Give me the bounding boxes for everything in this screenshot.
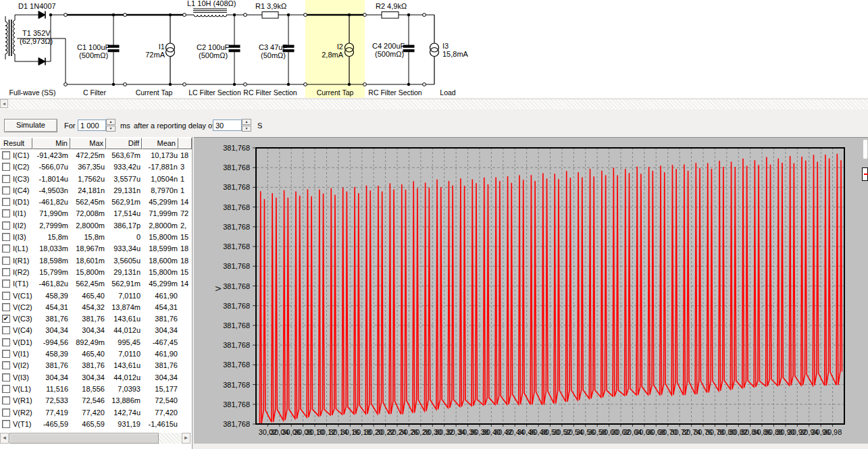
result-checkbox[interactable] [2, 373, 10, 381]
result-checkbox[interactable]: ✔ [2, 315, 10, 323]
cell-diff: 933,42u [107, 162, 141, 172]
cell-max: 367,35u [71, 162, 105, 172]
table-row[interactable]: I(C2)-566,07u367,35u933,42u-17,881n3 [0, 161, 192, 173]
current-source-i2[interactable] [345, 15, 354, 84]
cell-min: 304,34 [32, 325, 68, 336]
current-source-i3[interactable] [430, 15, 439, 84]
resistor-r2[interactable] [382, 12, 399, 19]
schematic-scrollbar[interactable]: ◄ [0, 99, 868, 110]
result-checkbox[interactable] [2, 396, 10, 404]
y-axis-title: V [214, 286, 222, 291]
table-row[interactable]: V(C1)458,39465,407,0110461,90 [0, 290, 192, 302]
result-checkbox[interactable] [2, 175, 10, 183]
result-checkbox[interactable] [2, 268, 10, 276]
cell-min: -461,82u [32, 197, 68, 207]
result-checkbox[interactable] [2, 151, 10, 159]
table-row[interactable]: I(C1)-91,423m472,25m563,67m10,173u18 [0, 150, 192, 161]
cell-max: 18,967m [71, 244, 105, 254]
spinner-up-icon[interactable]: ▲ [242, 119, 251, 125]
spinner-down-icon[interactable]: ▼ [242, 126, 251, 132]
cell-mean: 72,540 [142, 396, 178, 406]
table-row[interactable]: V(T1)-465,59465,59931,19-1,4615u [0, 419, 192, 430]
table-row[interactable]: I(L1)18,033m18,967m933,34u18,599m18 [0, 243, 192, 255]
result-checkbox[interactable] [2, 350, 10, 358]
table-row[interactable]: I(I1)71,990m72,008m17,514u71,999m72 [0, 208, 192, 219]
table-scrollbar[interactable]: ◄ ► [0, 433, 191, 444]
cell-diff: 386,17p [107, 221, 141, 231]
result-checkbox[interactable] [2, 163, 10, 171]
result-checkbox[interactable] [2, 186, 10, 194]
scroll-right-arrow-icon[interactable]: ► [182, 433, 190, 444]
column-header-diff[interactable]: Diff [106, 138, 142, 149]
cell-max: 18,556 [71, 384, 105, 394]
table-row[interactable]: V(C2)454,31454,3213,874m454,31 [0, 302, 192, 313]
table-row[interactable]: V(I3)304,34304,3444,012u304,34 [0, 372, 192, 384]
table-row[interactable]: ✔V(C3)381,76381,76143,61u381,76 [0, 313, 192, 325]
result-checkbox[interactable] [2, 209, 10, 217]
column-header-mean[interactable]: Mean [142, 138, 178, 149]
cell-max: 472,25m [71, 151, 105, 161]
column-header-min[interactable]: Min [32, 138, 70, 149]
result-checkbox[interactable] [2, 303, 10, 311]
result-checkbox[interactable] [2, 221, 10, 230]
table-row[interactable]: I(D1)-461,82u562,45m562,91m45,299m14 [0, 196, 192, 208]
cell-min: 77,419 [32, 408, 68, 418]
scroll-left-arrow-icon[interactable]: ◄ [0, 99, 8, 108]
resistor-r1[interactable] [262, 12, 278, 19]
cell-extra: 14 [180, 279, 191, 289]
result-checkbox[interactable] [2, 408, 10, 417]
delay-input[interactable]: 30 [213, 120, 242, 131]
scroll-left-arrow-icon[interactable]: ◄ [0, 433, 9, 444]
table-row[interactable]: I(R2)15,799m15,800m29,131n15,800m15 [0, 267, 192, 278]
table-row[interactable]: V(R2)77,41977,420142,74u77,420 [0, 407, 192, 419]
table-row[interactable]: V(C4)304,34304,3444,012u304,34 [0, 325, 192, 336]
result-checkbox[interactable] [2, 292, 10, 300]
table-row[interactable]: I(C4)-4,9503n24,181n29,131n8,7970n1 [0, 185, 192, 196]
duration-input[interactable]: 1 000 [78, 120, 106, 131]
table-row[interactable]: I(I2)2,7999m2,8000m386,17p2,8000m2, [0, 220, 192, 232]
table-row[interactable]: I(I3)15,8m15,8m015,800m15 [0, 232, 192, 243]
result-checkbox[interactable] [2, 244, 10, 253]
cell-diff: 0 [107, 232, 141, 242]
duration-spinner[interactable]: ▲ ▼ [106, 119, 116, 132]
table-row[interactable]: I(R1)18,598m18,601m3,5605u18,600m18 [0, 255, 192, 267]
current-source-i1[interactable] [166, 15, 175, 84]
result-checkbox[interactable] [2, 257, 10, 265]
result-checkbox[interactable] [2, 198, 10, 206]
label-c1-2: (500mΩ) [79, 51, 108, 59]
cell-mean: 15,800m [142, 267, 178, 278]
table-row[interactable]: I(T1)-461,82u562,45m562,91m45,299m14 [0, 278, 192, 290]
trace-color-swatch [864, 174, 868, 175]
result-checkbox[interactable] [2, 233, 10, 241]
result-name: I(I3) [13, 232, 26, 242]
simulate-button[interactable]: Simulate [4, 119, 57, 132]
capacitor-c1[interactable] [108, 15, 119, 84]
capacitor-c2[interactable] [229, 15, 240, 84]
column-header-result[interactable]: Result [0, 138, 32, 149]
cell-min: 15,799m [32, 267, 68, 278]
table-row[interactable]: I(C3)-1,8014u1,7562u3,5577u1,0504n1 [0, 174, 192, 185]
table-row[interactable]: V(D1)-994,56892,49m995,45-467,45 [0, 337, 192, 348]
result-checkbox[interactable] [2, 326, 10, 334]
table-row[interactable]: V(I2)381,76381,76143,61u381,76 [0, 360, 192, 371]
result-checkbox[interactable] [2, 361, 10, 369]
result-checkbox[interactable] [2, 280, 10, 288]
delay-spinner[interactable]: ▲ ▼ [242, 119, 251, 132]
cell-min: -4,9503n [32, 186, 68, 196]
table-row[interactable]: V(I1)458,39465,407,0110461,90 [0, 348, 192, 360]
column-header-extra[interactable] [178, 138, 192, 149]
scrollbar-thumb[interactable] [9, 433, 159, 444]
plot-vertical-scrollbar[interactable] [863, 139, 868, 159]
result-checkbox[interactable] [2, 385, 10, 393]
spinner-up-icon[interactable]: ▲ [106, 119, 116, 125]
result-checkbox[interactable] [2, 338, 10, 346]
table-row[interactable]: V(R1)72,53372,54613,886m72,540 [0, 395, 192, 406]
capacitor-c4[interactable] [403, 15, 414, 84]
spinner-down-icon[interactable]: ▼ [106, 126, 116, 132]
column-header-max[interactable]: Max [70, 138, 106, 149]
inductor-l1[interactable] [193, 9, 227, 17]
cell-mean: 1,0504n [142, 174, 178, 184]
cell-max: 18,601m [71, 256, 105, 266]
table-row[interactable]: V(L1)11,51618,5567,039315,177 [0, 384, 192, 395]
result-checkbox[interactable] [2, 420, 10, 428]
